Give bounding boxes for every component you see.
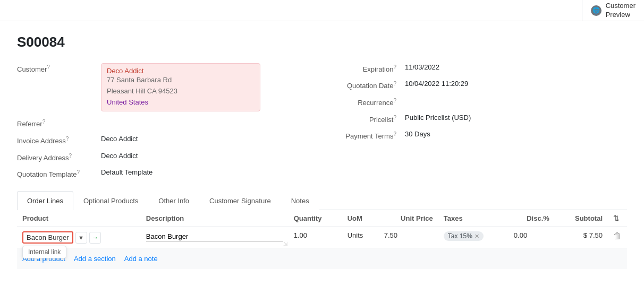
disc-value[interactable]: 0.00 <box>514 231 527 239</box>
add-section-link[interactable]: Add a section <box>74 255 116 263</box>
customer-field[interactable]: Deco Addict 77 Santa Barbara Rd Pleasant… <box>101 63 260 111</box>
form-grid: Customer? Deco Addict 77 Santa Barbara R… <box>17 63 627 178</box>
referrer-label: Referrer? <box>17 118 97 128</box>
top-bar: 🌐 Customer Preview <box>0 0 644 21</box>
referrer-value[interactable] <box>101 118 207 128</box>
unit-price-cell: 7.50 <box>379 227 438 248</box>
customer-label: Customer? <box>17 63 97 73</box>
pricelist-label: Pricelist? <box>322 114 396 124</box>
col-uom: UoM <box>342 210 379 227</box>
taxes-cell: Tax 15% ✕ <box>438 227 509 248</box>
col-reorder: ⇅ <box>608 210 627 227</box>
subtotal-cell: $ 7.50 <box>555 227 608 248</box>
expiration-label: Expiration? <box>322 63 396 73</box>
tax-badge: Tax 15% ✕ <box>444 231 484 241</box>
quotation-template-value: Default Template <box>101 168 152 176</box>
internal-link-label: Internal link <box>28 248 61 256</box>
delete-row-button[interactable]: 🗑 <box>613 231 622 240</box>
unit-price-value[interactable]: 7.50 <box>384 231 397 239</box>
customer-row: Customer? Deco Addict 77 Santa Barbara R… <box>17 63 322 111</box>
reorder-icon: ⇅ <box>613 214 619 222</box>
description-input[interactable] <box>146 231 283 242</box>
customer-preview-line1: Customer <box>606 2 635 11</box>
col-product: Product <box>17 210 141 227</box>
quotation-date-label: Quotation Date? <box>322 80 396 90</box>
quotation-template-label: Quotation Template? <box>17 168 97 178</box>
table-row: Bacon Burger ▼ → Internal link ⇲ <box>17 227 627 248</box>
payment-terms-label: Payment Terms? <box>322 130 396 140</box>
quotation-date-row: Quotation Date? 10/04/2022 11:20:29 <box>322 80 627 90</box>
tax-remove-button[interactable]: ✕ <box>474 233 479 240</box>
form-right: Expiration? 11/03/2022 Quotation Date? 1… <box>322 63 627 178</box>
subtotal-value: $ 7.50 <box>583 231 603 239</box>
tab-notes[interactable]: Notes <box>281 191 319 210</box>
tabs-container: Order Lines Optional Products Other Info… <box>17 191 627 210</box>
tab-other-info[interactable]: Other Info <box>148 191 199 210</box>
expiration-row: Expiration? 11/03/2022 <box>322 63 627 73</box>
delete-cell: 🗑 <box>608 227 627 248</box>
pricelist-row: Pricelist? Public Pricelist (USD) <box>322 114 627 124</box>
tax-label: Tax 15% <box>448 232 472 240</box>
page-title: S00084 <box>17 34 627 50</box>
recurrence-label: Recurrence? <box>322 97 396 107</box>
product-name[interactable]: Bacon Burger <box>22 231 73 244</box>
customer-preview-line2: Preview <box>606 11 635 20</box>
product-cell-wrapper: Bacon Burger ▼ → Internal link <box>22 231 135 244</box>
delivery-address-value: Deco Addict <box>101 152 138 160</box>
tabs: Order Lines Optional Products Other Info… <box>17 191 627 210</box>
payment-terms-value: 30 Days <box>405 130 430 138</box>
col-subtotal: Subtotal <box>555 210 608 227</box>
tab-order-lines[interactable]: Order Lines <box>17 191 73 210</box>
add-note-link[interactable]: Add a note <box>124 255 158 263</box>
invoice-address-value: Deco Addict <box>101 135 138 143</box>
customer-name: Deco Addict <box>107 67 255 75</box>
recurrence-value[interactable] <box>405 97 469 107</box>
quotation-date-value: 10/04/2022 11:20:29 <box>405 80 468 88</box>
quantity-value[interactable]: 1.00 <box>294 231 307 239</box>
col-quantity: Quantity <box>289 210 342 227</box>
payment-terms-row: Payment Terms? 30 Days <box>322 130 627 140</box>
tab-optional-products[interactable]: Optional Products <box>73 191 148 210</box>
disc-cell: 0.00 <box>509 227 555 248</box>
quotation-template-row: Quotation Template? Default Template <box>17 168 322 178</box>
dropdown-arrow-button[interactable]: ▼ <box>75 232 87 244</box>
internal-link-tooltip[interactable]: Internal link <box>22 246 66 258</box>
product-cell-inner: Bacon Burger ▼ → <box>22 231 135 244</box>
invoice-address-label: Invoice Address? <box>17 135 97 145</box>
col-taxes: Taxes <box>438 210 509 227</box>
navigate-arrow-button[interactable]: → <box>89 232 101 244</box>
uom-cell: Units <box>342 227 379 248</box>
invoice-address-row: Invoice Address? Deco Addict <box>17 135 322 145</box>
col-unit-price: Unit Price <box>379 210 438 227</box>
referrer-row: Referrer? <box>17 118 322 128</box>
customer-preview-button[interactable]: 🌐 Customer Preview <box>582 0 644 21</box>
order-table: Product Description Quantity UoM Unit Pr… <box>17 210 627 248</box>
delivery-address-row: Delivery Address? Deco Addict <box>17 152 322 162</box>
expiration-value: 11/03/2022 <box>405 63 439 71</box>
resize-handle: ⇲ <box>283 241 287 247</box>
form-left: Customer? Deco Addict 77 Santa Barbara R… <box>17 63 322 178</box>
product-cell: Bacon Burger ▼ → Internal link <box>17 227 141 248</box>
recurrence-row: Recurrence? <box>322 97 627 107</box>
customer-country: United States <box>107 97 255 108</box>
delivery-address-label: Delivery Address? <box>17 152 97 162</box>
description-cell: ⇲ <box>141 227 289 248</box>
uom-value: Units <box>348 231 363 239</box>
footer-links: Add a product Add a section Add a note <box>17 248 627 269</box>
pricelist-value: Public Pricelist (USD) <box>405 114 471 122</box>
customer-address: 77 Santa Barbara Rd Pleasant Hill CA 945… <box>107 75 255 108</box>
quantity-cell: 1.00 <box>289 227 342 248</box>
globe-icon: 🌐 <box>591 5 601 16</box>
main-content: S00084 Customer? Deco Addict 77 Santa Ba… <box>0 21 644 282</box>
tab-customer-signature[interactable]: Customer Signature <box>199 191 281 210</box>
col-description: Description <box>141 210 289 227</box>
col-disc: Disc.% <box>509 210 555 227</box>
